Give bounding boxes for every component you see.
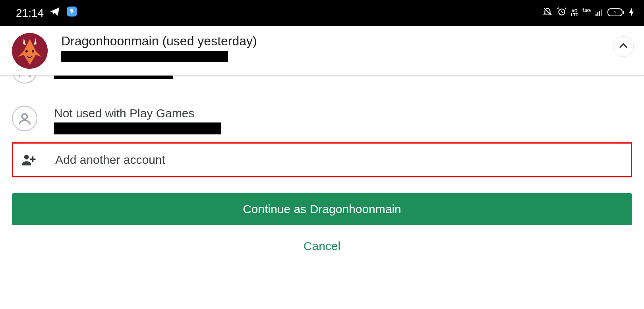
status-bar: 21:14 VO LTE ‡4G 1 (0, 0, 644, 26)
continue-button[interactable]: Continue as Dragonhoonmain (12, 193, 632, 225)
person-outline-avatar (12, 106, 37, 131)
account-list: Not used with Play Games Add another acc… (0, 65, 644, 253)
status-right: VO LTE ‡4G 1 (542, 6, 634, 19)
cancel-button[interactable]: Cancel (0, 239, 644, 253)
chevron-up-icon (618, 40, 629, 53)
svg-rect-15 (30, 159, 36, 160)
notifications-off-icon (542, 6, 553, 19)
volte-icon: VO LTE (571, 9, 578, 17)
svg-rect-3 (597, 12, 598, 16)
signal-icon (595, 7, 603, 19)
add-account-label: Add another account (55, 153, 165, 167)
account-email-redacted (54, 122, 221, 134)
status-left: 21:14 (16, 6, 78, 20)
telegram-icon (49, 6, 60, 20)
charging-icon (629, 7, 634, 19)
cancel-button-label: Cancel (304, 239, 340, 253)
svg-rect-7 (623, 11, 624, 14)
selected-account-email-redacted (61, 51, 228, 62)
add-another-account[interactable]: Add another account (12, 142, 632, 177)
svg-rect-2 (596, 14, 597, 16)
battery-label: 1 (613, 10, 616, 16)
mobile-4g-icon: ‡4G (582, 8, 591, 14)
selected-account-header[interactable]: Dragonhoonmain (used yesterday) (0, 26, 644, 76)
svg-point-12 (22, 114, 27, 119)
svg-point-13 (24, 155, 29, 159)
alarm-icon (557, 6, 567, 19)
clock: 21:14 (16, 7, 44, 19)
dragon-avatar (12, 33, 48, 69)
selected-account-text: Dragonhoonmain (used yesterday) (61, 33, 600, 62)
person-add-icon (19, 152, 38, 168)
svg-rect-5 (601, 9, 602, 16)
continue-button-label: Continue as Dragonhoonmain (243, 202, 401, 216)
collapse-button[interactable] (613, 36, 634, 57)
account-item[interactable]: Not used with Play Games (0, 103, 644, 138)
svg-point-10 (32, 50, 34, 52)
battery-icon: 1 (607, 7, 625, 19)
account-status-label: Not used with Play Games (54, 107, 632, 120)
svg-rect-4 (599, 11, 600, 16)
app-icon (66, 6, 78, 20)
account-item-text: Not used with Play Games (54, 106, 632, 134)
svg-point-9 (25, 50, 28, 52)
selected-account-name: Dragonhoonmain (used yesterday) (61, 34, 600, 49)
